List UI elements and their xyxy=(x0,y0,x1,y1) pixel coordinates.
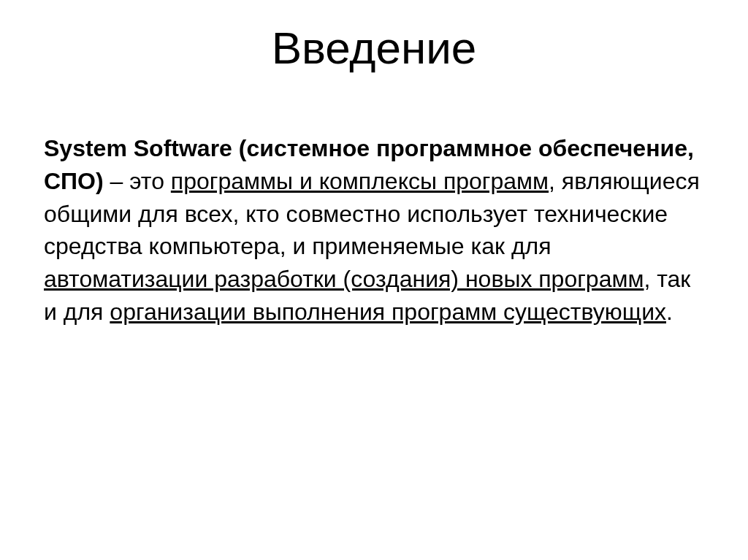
slide-body: System Software (системное программное о… xyxy=(44,132,704,329)
slide-title: Введение xyxy=(44,22,704,74)
text-segment-1: – это xyxy=(104,168,171,194)
text-segment-4: . xyxy=(666,299,673,325)
underline-text-1: программы и комплексы программ xyxy=(171,168,549,194)
underline-text-2: автоматизации разработки (создания) новы… xyxy=(44,266,644,292)
underline-text-3: организации выполнения программ существу… xyxy=(110,299,666,325)
